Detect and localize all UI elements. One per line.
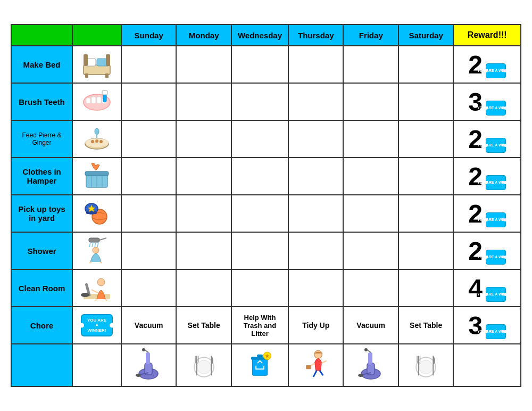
chore-name-clean-room: Clean Room <box>11 269 72 307</box>
svg-line-45 <box>92 290 98 293</box>
sunday-hamper[interactable] <box>121 158 176 195</box>
monday-brush-teeth[interactable] <box>176 83 231 120</box>
reward-clean-room: 4 YOU ARE A WINNER! <box>453 269 521 307</box>
wednesday-brush-teeth[interactable] <box>231 83 288 120</box>
monday-shower[interactable] <box>176 232 231 269</box>
svg-rect-3 <box>84 54 88 66</box>
thursday-feed[interactable] <box>288 120 343 158</box>
ticket-make-bed: YOU ARE A WINNER! <box>486 63 506 78</box>
header-sunday: Sunday <box>121 24 176 46</box>
thursday-chore[interactable]: Tidy Up <box>288 307 343 344</box>
last-row-reward <box>453 344 521 387</box>
svg-text:★: ★ <box>265 354 270 359</box>
saturday-brush-teeth[interactable] <box>398 83 453 120</box>
last-row-label <box>11 344 72 387</box>
svg-point-80 <box>419 360 433 374</box>
sunday-clean-room[interactable] <box>121 269 176 307</box>
wednesday-chore[interactable]: Help With Trash and Litter <box>231 307 288 344</box>
svg-rect-48 <box>146 352 150 364</box>
sunday-brush-teeth[interactable] <box>121 83 176 120</box>
row-chore: Chore YOU ARE A WINNER! Vacuum Set Table… <box>11 307 521 344</box>
svg-line-32 <box>89 242 90 247</box>
last-icon-plate2 <box>398 344 453 387</box>
sunday-shower[interactable] <box>121 232 176 269</box>
icon-brush-teeth <box>72 83 121 120</box>
vacuum2-icon <box>356 347 386 382</box>
monday-chore[interactable]: Set Table <box>176 307 231 344</box>
friday-feed[interactable] <box>343 120 398 158</box>
icon-hamper <box>72 158 121 195</box>
saturday-toys[interactable] <box>398 195 453 232</box>
svg-rect-13 <box>102 91 107 95</box>
sunday-chore[interactable]: Vacuum <box>121 307 176 344</box>
plate-icon <box>189 347 219 382</box>
friday-brush-teeth[interactable] <box>343 83 398 120</box>
header-wednesday: Wednesday <box>231 24 288 46</box>
sunday-feed[interactable] <box>121 120 176 158</box>
svg-line-68 <box>320 370 323 375</box>
svg-point-52 <box>136 374 141 377</box>
monday-make-bed[interactable] <box>176 46 231 83</box>
row-hamper: Clothes in Hamper 2 YOU ARE A WINNER! <box>11 158 521 195</box>
svg-rect-74 <box>368 352 372 364</box>
thursday-clean-room[interactable] <box>288 269 343 307</box>
svg-point-78 <box>358 374 363 377</box>
wednesday-clean-room[interactable] <box>231 269 288 307</box>
saturday-shower[interactable] <box>398 232 453 269</box>
reward-number-make-bed: 2 <box>468 51 483 79</box>
ticket-clean-room: YOU ARE A WINNER! <box>486 287 506 302</box>
feed-icon <box>81 124 113 153</box>
thursday-hamper[interactable] <box>288 158 343 195</box>
sunday-toys[interactable] <box>121 195 176 232</box>
icon-clean-room <box>72 269 121 307</box>
row-clean-room: Clean Room 4 YOU ARE <box>11 269 521 307</box>
svg-line-75 <box>367 350 371 352</box>
thursday-brush-teeth[interactable] <box>288 83 343 120</box>
ticket-feed: YOU ARE A WINNER! <box>486 138 506 153</box>
friday-clean-room[interactable] <box>343 269 398 307</box>
reward-hamper: 2 YOU ARE A WINNER! <box>453 158 521 195</box>
tidy-icon <box>301 347 330 382</box>
wednesday-make-bed[interactable] <box>231 46 288 83</box>
monday-clean-room[interactable] <box>176 269 231 307</box>
svg-rect-30 <box>89 238 99 242</box>
wednesday-feed[interactable] <box>231 120 288 158</box>
thursday-toys[interactable] <box>288 195 343 232</box>
svg-rect-9 <box>92 97 96 103</box>
friday-hamper[interactable] <box>343 158 398 195</box>
thursday-shower[interactable] <box>288 232 343 269</box>
header-icon-label <box>72 24 121 46</box>
wednesday-toys[interactable] <box>231 195 288 232</box>
row-toys: Pick up toys in yard 2 YOU ARE A WINNER! <box>11 195 521 232</box>
svg-point-66 <box>314 350 322 358</box>
saturday-clean-room[interactable] <box>398 269 453 307</box>
wednesday-shower[interactable] <box>231 232 288 269</box>
ticket-brush-teeth: YOU ARE A WINNER! <box>486 101 506 116</box>
monday-feed[interactable] <box>176 120 231 158</box>
svg-line-70 <box>322 360 327 363</box>
sunday-make-bed[interactable] <box>121 46 176 83</box>
saturday-hamper[interactable] <box>398 158 453 195</box>
icon-feed <box>72 120 121 158</box>
saturday-feed[interactable] <box>398 120 453 158</box>
ticket-hamper: YOU ARE A WINNER! <box>486 175 506 190</box>
last-icon-trash: ★ <box>231 344 288 387</box>
wednesday-hamper[interactable] <box>231 158 288 195</box>
shower-icon <box>81 235 113 265</box>
header-saturday: Saturday <box>398 24 453 46</box>
last-row-empty <box>72 344 121 387</box>
svg-line-49 <box>145 350 148 352</box>
friday-chore[interactable]: Vacuum <box>343 307 398 344</box>
thursday-make-bed[interactable] <box>288 46 343 83</box>
monday-toys[interactable] <box>176 195 231 232</box>
svg-point-36 <box>93 247 99 253</box>
chore-name-hamper: Clothes in Hamper <box>11 158 72 195</box>
saturday-chore[interactable]: Set Table <box>398 307 453 344</box>
friday-make-bed[interactable] <box>343 46 398 83</box>
saturday-make-bed[interactable] <box>398 46 453 83</box>
friday-toys[interactable] <box>343 195 398 232</box>
reward-shower: 2 YOU ARE A WINNER! <box>453 232 521 269</box>
friday-shower[interactable] <box>343 232 398 269</box>
monday-hamper[interactable] <box>176 158 231 195</box>
icon-chore-ticket: YOU ARE A WINNER! <box>72 307 121 344</box>
